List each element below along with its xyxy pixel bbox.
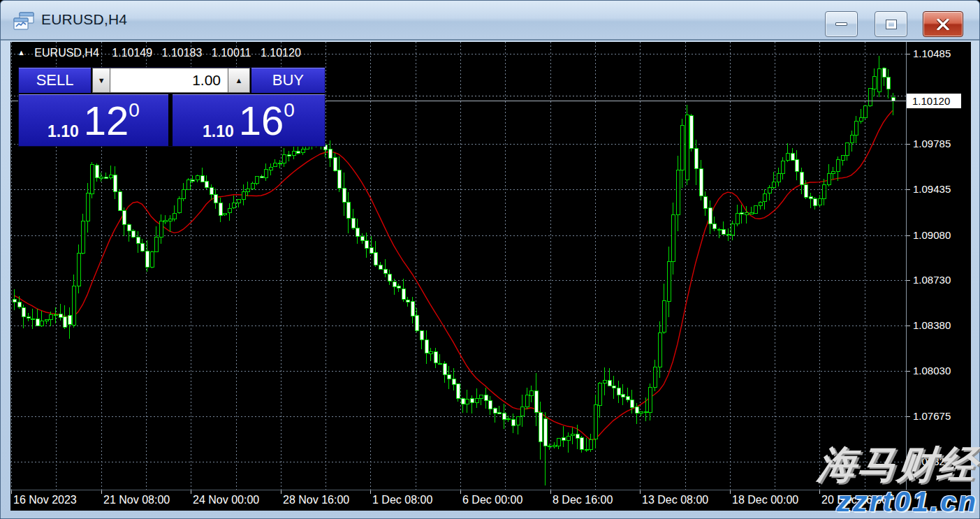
ohlc-header: ▲ EURUSD,H4 1.10149 1.10183 1.10011 1.10… (17, 47, 307, 59)
sell-price-button[interactable]: 1.10 12 0 (19, 94, 168, 146)
chevron-up-icon: ▲ (235, 76, 242, 85)
time-axis-label: 24 Nov 00:00 (193, 494, 259, 506)
buy-price-main: 1.10 (203, 122, 234, 141)
current-price-badge: 1.10120 (907, 94, 961, 108)
price-axis-label: 1.10485 (913, 47, 951, 60)
time-axis-label: 16 Nov 2023 (13, 494, 77, 506)
time-axis-tick (550, 490, 551, 494)
price-axis-tick (907, 189, 910, 190)
volume-input[interactable] (110, 68, 228, 93)
time-axis[interactable]: 16 Nov 202321 Nov 08:0024 Nov 00:0028 No… (10, 490, 971, 511)
time-axis-tick (281, 490, 281, 494)
buy-price-point: 0 (284, 101, 295, 120)
price-axis-tick (907, 54, 910, 54)
price-axis[interactable]: 1.104851.097851.094351.090801.087301.083… (906, 42, 971, 490)
chevron-down-icon: ▼ (98, 76, 105, 85)
price-axis-label: 1.09785 (913, 138, 951, 150)
sell-price-point: 0 (129, 101, 140, 120)
sell-button[interactable]: SELL (19, 68, 91, 93)
volume-increase-button[interactable]: ▲ (228, 68, 250, 93)
volume-decrease-button[interactable]: ▼ (92, 68, 110, 93)
time-axis-label: 1 Dec 08:00 (372, 494, 432, 506)
time-axis-tick (191, 490, 191, 494)
buy-button[interactable]: BUY (251, 68, 325, 93)
price-axis-label: 1.09080 (913, 229, 951, 242)
time-axis-label: 8 Dec 16:00 (553, 494, 613, 506)
watermark-chinese: 海马财经 (815, 439, 980, 491)
collapse-panel-icon[interactable]: ▲ (17, 48, 25, 57)
open-value: 1.10149 (112, 47, 152, 59)
moving-average-line (14, 110, 893, 439)
price-axis-tick (907, 144, 910, 145)
price-axis-label: 1.08030 (913, 365, 951, 377)
close-value: 1.10120 (261, 47, 301, 59)
chart-window-icon (13, 12, 34, 30)
buy-price-pips: 16 (239, 101, 284, 141)
window-title: EURUSD,H4 (41, 11, 127, 28)
restore-button[interactable] (875, 11, 907, 37)
price-axis-label: 1.08730 (913, 274, 951, 286)
price-axis-label: 1.08380 (913, 319, 951, 332)
close-icon (937, 19, 949, 30)
low-value: 1.10011 (212, 47, 251, 59)
symbol-period-label: EURUSD,H4 (34, 47, 98, 59)
price-axis-tick (907, 235, 910, 236)
sell-price-main: 1.10 (47, 122, 79, 141)
time-axis-tick (101, 490, 102, 494)
chart-window: EURUSD,H4 ▲ EURUSD,H4 1.10149 1.10183 1.… (0, 0, 980, 519)
price-axis-tick (907, 326, 910, 326)
time-axis-label: 13 Dec 08:00 (642, 494, 708, 506)
sell-price-pips: 12 (84, 101, 129, 141)
buy-price-button[interactable]: 1.10 16 0 (173, 94, 325, 146)
time-axis-tick (11, 490, 12, 494)
time-axis-tick (370, 490, 371, 494)
time-axis-tick (640, 490, 641, 494)
time-axis-label: 21 Nov 08:00 (103, 494, 170, 506)
one-click-trading-panel: SELL ▼ ▲ BUY 1.10 12 0 1.10 16 (18, 67, 326, 147)
price-axis-label: 1.07675 (913, 410, 951, 423)
title-bar[interactable]: EURUSD,H4 (1, 1, 979, 41)
minimize-icon (835, 22, 847, 26)
time-axis-label: 18 Dec 00:00 (732, 494, 798, 506)
high-value: 1.10183 (162, 47, 203, 59)
time-axis-tick (460, 490, 461, 494)
price-axis-tick (907, 371, 910, 372)
restore-icon (886, 20, 896, 29)
time-axis-tick (730, 490, 731, 494)
minimize-button[interactable] (825, 11, 858, 37)
price-axis-tick (907, 280, 910, 281)
price-axis-tick (907, 416, 910, 417)
time-axis-label: 28 Nov 16:00 (283, 494, 349, 506)
time-axis-label: 6 Dec 00:00 (462, 494, 522, 506)
watermark-url: zzrt01.cn (837, 485, 978, 518)
close-button[interactable] (923, 11, 963, 37)
chart-area: ▲ EURUSD,H4 1.10149 1.10183 1.10011 1.10… (10, 42, 971, 511)
price-axis-label: 1.09435 (913, 183, 951, 196)
